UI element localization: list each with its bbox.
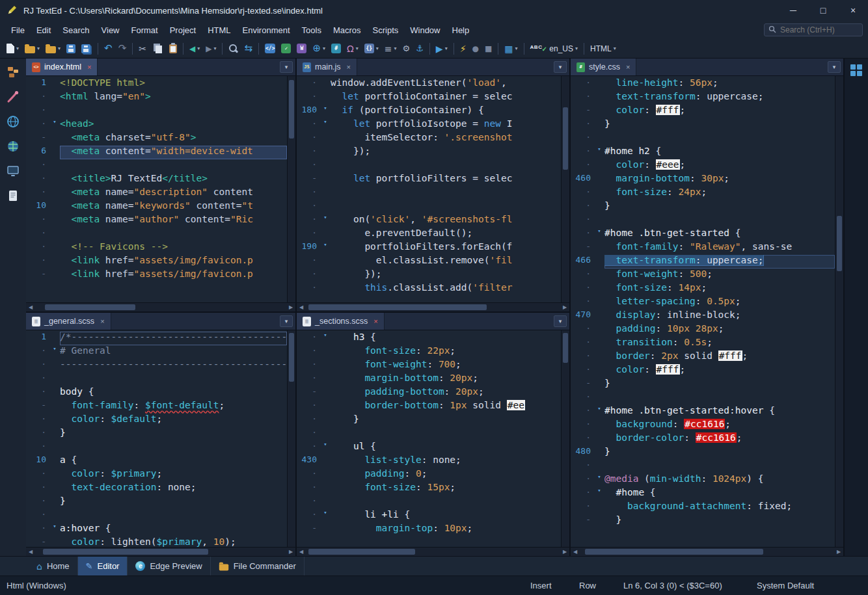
fold-chevron-icon[interactable]: ▾ [320,509,331,523]
code-line[interactable]: · let portfolioContainer = selec [297,91,561,105]
close-button[interactable]: × [838,0,868,21]
fold-chevron-icon[interactable]: ▾ [320,118,331,132]
code-line[interactable]: · font-size: 15px; [297,482,561,496]
code-line[interactable]: 10 <meta name="keywords" content="t [26,200,287,214]
minimize-button[interactable]: ─ [778,0,808,21]
fold-chevron-icon[interactable]: ▾ [594,228,604,241]
code-line[interactable]: · } [297,414,561,427]
web-publish-icon[interactable] [5,113,21,130]
navigate-back-button[interactable]: ◀▾ [187,41,202,57]
save-all-button[interactable] [79,41,94,57]
code-line[interactable]: · [297,200,561,214]
code-line[interactable]: ·▾ li +li { [297,509,561,523]
menu-macros[interactable]: Macros [327,23,367,38]
synchronize-button[interactable]: ⇆ [241,41,255,57]
code-line[interactable]: · [26,105,287,118]
vertical-scrollbar[interactable] [835,76,843,547]
code-line[interactable]: ·▾# General [26,345,287,359]
tab-list-dropdown[interactable]: ▾ [280,61,293,73]
vertical-scrollbar[interactable] [561,76,569,302]
code-line[interactable]: · color: $default; [26,414,287,427]
cut-button[interactable]: ✂ [136,41,149,57]
menu-tools[interactable]: Tools [296,23,327,38]
code-line[interactable]: · font-weight: 700; [297,359,561,373]
code-line[interactable]: - font-family: "Raleway", sans-se [571,241,835,255]
menu-view[interactable]: View [96,23,126,38]
search-input[interactable] [780,25,852,34]
code-line[interactable]: · font-size: 14px; [571,282,835,296]
settings-tools-button[interactable]: ⚙ [400,41,413,57]
clip-library-icon[interactable] [5,88,21,105]
code-line[interactable]: - <link href="assets/img/favicon.p [26,269,287,282]
tab-sections-scss[interactable]: _sections.scss × [297,313,385,330]
close-tab-icon[interactable]: × [87,63,91,71]
scroll-left-icon[interactable]: ◀ [26,304,35,310]
scroll-right-icon[interactable]: ▶ [560,549,569,555]
vertical-scrollbar[interactable] [561,330,569,547]
status-encoding[interactable]: System Default [757,581,814,590]
menu-edit[interactable]: Edit [31,23,57,38]
code-line[interactable]: · }); [297,269,561,282]
horizontal-scrollbar[interactable]: ◀ ▶ [26,547,295,556]
code-line[interactable]: -} [571,378,835,391]
menu-format[interactable]: Format [126,23,164,38]
code-line[interactable]: 466 text-transform: uppercase; [571,255,835,269]
code-line[interactable]: · [571,460,835,473]
code-line[interactable]: ·▾<head> [26,118,287,132]
code-line[interactable]: 6 <meta content="width=device-widt [26,146,287,159]
paste-button[interactable] [167,41,180,57]
code-line[interactable]: · <!-- Favicons --> [26,241,287,255]
view-tab-edge-preview[interactable]: eEdge Preview [128,557,210,575]
scroll-right-icon[interactable]: ▶ [286,304,295,310]
fold-chevron-icon[interactable]: ▾ [320,105,331,118]
code-line[interactable]: - } [571,514,835,528]
code-editor[interactable]: ·▾ h3 {· font-size: 22px;· font-weight: … [297,330,569,547]
scroll-left-icon[interactable]: ◀ [26,549,35,555]
code-editor[interactable]: · line-height: 56px;· text-transform: up… [571,76,843,547]
tab-general-scss[interactable]: _general.scss × [26,313,111,330]
tab-list-dropdown[interactable]: ▾ [554,315,567,327]
code-line[interactable]: · text-decoration: none; [26,482,287,496]
menu-window[interactable]: Window [404,23,446,38]
menu-search[interactable]: Search [57,23,95,38]
code-line[interactable]: - padding-bottom: 20px; [297,386,561,400]
fold-chevron-icon[interactable]: ▾ [594,405,604,419]
horizontal-scrollbar[interactable]: ◀ ▶ [571,547,843,556]
spell-check-language-button[interactable]: ABC✓en_US▾ [528,41,580,57]
code-line[interactable]: · font-size: 22px; [297,345,561,359]
vertical-scrollbar[interactable] [287,330,295,547]
menu-file[interactable]: File [5,23,31,38]
status-wrap-mode[interactable]: Row [579,581,596,590]
fold-chevron-icon[interactable]: ▾ [320,241,331,255]
tab-list-dropdown[interactable]: ▾ [280,315,293,327]
ftp-browser-icon[interactable] [5,138,21,155]
new-document-button[interactable]: ▾ [4,41,21,57]
redo-button[interactable]: ↷ [116,41,129,57]
tab-main-js[interactable]: main.js × [297,59,357,75]
preview-monitor-icon[interactable] [5,163,21,179]
color-picker-button[interactable]: # [329,41,344,57]
run-script-button[interactable]: ▶▾ [433,41,450,57]
code-line[interactable]: 10a { [26,455,287,468]
code-editor[interactable]: 1<!DOCTYPE html>·<html lang="en">··▾<hea… [26,76,295,302]
file-explorer-icon[interactable] [5,64,21,81]
fold-chevron-icon[interactable]: ▾ [49,118,60,132]
tab-index-html[interactable]: index.html × [26,59,98,75]
horizontal-scrollbar[interactable]: ◀ ▶ [297,547,569,556]
code-line[interactable]: · color: #eee; [571,159,835,173]
code-editor[interactable]: ·window.addEventListener('load',· let po… [297,76,569,302]
close-tab-icon[interactable]: × [373,317,377,325]
code-line[interactable]: ·} [571,118,835,132]
scroll-right-icon[interactable]: ▶ [286,549,295,555]
scroll-left-icon[interactable]: ◀ [571,549,580,555]
code-line[interactable]: ·▾ on('click', '#screenshots-fl [297,214,561,228]
scroll-left-icon[interactable]: ◀ [297,304,306,310]
code-line[interactable]: · font-size: 24px; [571,187,835,200]
code-line[interactable]: · background-attachment: fixed; [571,501,835,514]
scroll-right-icon[interactable]: ▶ [560,304,569,310]
code-line[interactable]: ·▾ #home { [571,487,835,501]
view-tab-file-commander[interactable]: File Commander [211,557,305,575]
code-line[interactable]: · <meta name="description" content [26,187,287,200]
status-insert-mode[interactable]: Insert [530,581,552,590]
close-tab-icon[interactable]: × [100,317,104,325]
